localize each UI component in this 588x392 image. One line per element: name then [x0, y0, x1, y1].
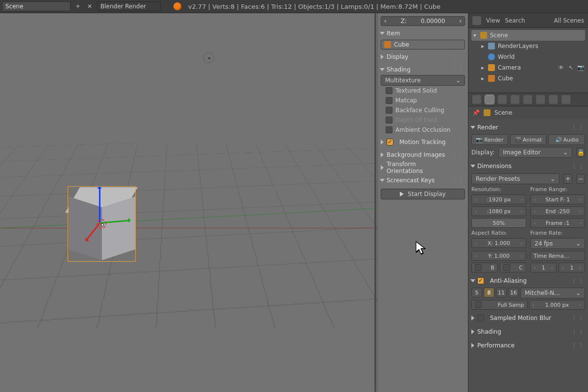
add-scene-button[interactable]: +: [74, 2, 82, 11]
outliner-row-scene[interactable]: ▾ Scene: [471, 30, 585, 41]
expand-icon[interactable]: ▸: [480, 64, 485, 71]
remove-preset-button[interactable]: −: [576, 174, 585, 184]
panel-grip-icon[interactable]: ⋮⋮: [571, 124, 585, 131]
lamp-object-icon[interactable]: [203, 52, 214, 63]
disclosure-triangle-icon[interactable]: [380, 32, 385, 35]
panel-grip-icon[interactable]: ⋮⋮: [571, 315, 585, 321]
3d-viewport[interactable]: [0, 13, 377, 392]
crop-checkbox[interactable]: C: [500, 263, 526, 272]
aa-samples-8-button[interactable]: 8: [484, 288, 494, 297]
time-remap-old-field[interactable]: ‹1›: [530, 263, 557, 272]
aa-samples-5-button[interactable]: 5: [471, 288, 482, 297]
render-image-button[interactable]: 📷Render: [471, 134, 508, 145]
render-presets-dropdown[interactable]: Render Presets⌄: [471, 173, 560, 184]
3d-cursor-icon[interactable]: [97, 219, 106, 229]
outliner-row-world[interactable]: World: [471, 51, 585, 62]
panel-grip-icon[interactable]: ⋮⋮: [451, 66, 465, 73]
frame-step-field[interactable]: ‹Frame :1›: [530, 218, 585, 228]
disclosure-triangle-icon[interactable]: [381, 140, 384, 145]
fps-dropdown[interactable]: 24 fps⌄: [530, 238, 585, 249]
expand-icon[interactable]: ▾: [472, 32, 477, 39]
transform-orientations-panel-header[interactable]: Transform Orientations ⋮⋮: [381, 162, 465, 173]
render-audio-button[interactable]: 🔊Audio: [548, 134, 585, 145]
panel-grip-icon[interactable]: ⋮⋮: [571, 328, 585, 335]
panel-grip-icon[interactable]: ⋮⋮: [451, 177, 465, 184]
disclosure-triangle-icon[interactable]: [470, 165, 475, 168]
disclosure-triangle-icon[interactable]: [471, 343, 474, 348]
disclosure-triangle-icon[interactable]: [380, 68, 385, 71]
outliner-editor-icon[interactable]: [472, 16, 481, 25]
panel-grip-icon[interactable]: ⋮⋮: [451, 139, 465, 146]
time-remap-new-field[interactable]: ‹1›: [559, 263, 585, 272]
display-panel-header[interactable]: Display ⋮⋮: [381, 51, 465, 62]
dimensions-panel-header[interactable]: Dimensions ⋮⋮: [471, 161, 585, 172]
full-sample-checkbox[interactable]: Full Samp: [471, 300, 528, 310]
properties-editor-icon[interactable]: [472, 95, 481, 104]
scene-selector[interactable]: Scene: [2, 1, 71, 11]
panel-grip-icon[interactable]: ⋮⋮: [451, 53, 465, 60]
outliner-search-menu[interactable]: Search: [505, 17, 525, 24]
aa-filter-dropdown[interactable]: Mitchell-N…⌄: [520, 288, 585, 298]
add-preset-button[interactable]: +: [564, 174, 572, 184]
aa-samples-16-button[interactable]: 16: [508, 288, 519, 297]
display-mode-dropdown[interactable]: Image Editor⌄: [498, 147, 572, 158]
screencast-keys-panel-header[interactable]: Screencast Keys ⋮⋮: [381, 175, 465, 186]
resolution-y-field[interactable]: ‹:1080 px›: [471, 206, 526, 216]
textured-solid-checkbox[interactable]: Textured Solid: [381, 86, 465, 96]
resolution-percentage-slider[interactable]: 50%: [471, 218, 526, 228]
outliner-view-menu[interactable]: View: [486, 17, 500, 24]
shading-mode-dropdown[interactable]: Multitexture ⌄: [381, 75, 465, 86]
disclosure-triangle-icon[interactable]: [381, 152, 384, 157]
lock-interface-button[interactable]: 🔒: [576, 147, 585, 157]
shading-panel-header[interactable]: Shading ⋮⋮: [381, 64, 465, 75]
sampled-motion-blur-checkbox[interactable]: [477, 315, 484, 321]
anti-aliasing-enable-checkbox[interactable]: [477, 277, 484, 284]
aspect-x-field[interactable]: ‹X: 1.000›: [471, 238, 526, 248]
ao-checkbox[interactable]: Ambient Occlusion: [381, 125, 465, 135]
outliner-row-cube[interactable]: ▸ Cube: [471, 73, 585, 84]
context-scene-name[interactable]: Scene: [494, 109, 513, 116]
chevron-right-icon[interactable]: ›: [459, 18, 462, 24]
render-engine-dropdown[interactable]: Blender Render: [97, 1, 161, 11]
resolution-x-field[interactable]: ‹:1920 px›: [471, 195, 526, 204]
render-animation-button[interactable]: 🎬Animat: [510, 134, 547, 145]
frame-start-field[interactable]: ‹Start F: 1›: [530, 195, 585, 204]
backface-culling-checkbox[interactable]: Backface Culling: [381, 105, 465, 115]
disclosure-triangle-icon[interactable]: [470, 279, 475, 282]
aa-samples-11-button[interactable]: 11: [496, 288, 507, 297]
render-tab-icon[interactable]: [485, 95, 494, 104]
panel-grip-icon[interactable]: ⋮⋮: [451, 151, 465, 158]
restrict-toggles[interactable]: 👁↖📷: [558, 64, 584, 71]
world-tab-icon[interactable]: [523, 95, 532, 104]
shading-panel-header-props[interactable]: Shading ⋮⋮: [471, 326, 585, 337]
performance-panel-header[interactable]: Performance ⋮⋮: [471, 340, 585, 351]
motion-tracking-panel-header[interactable]: Motion Tracking ⋮⋮: [381, 137, 465, 147]
disclosure-triangle-icon[interactable]: [380, 179, 385, 182]
render-panel-header[interactable]: Render ⋮⋮: [471, 122, 585, 133]
matcap-checkbox[interactable]: Matcap: [381, 96, 465, 105]
sampled-motion-blur-panel-header[interactable]: Sampled Motion Blur ⋮⋮: [471, 313, 585, 323]
panel-grip-icon[interactable]: ⋮⋮: [571, 277, 585, 284]
frame-end-field[interactable]: ‹End :250›: [530, 206, 585, 216]
outliner-display-mode-dropdown[interactable]: All Scenes: [554, 17, 584, 24]
constraints-tab-icon[interactable]: [549, 95, 558, 104]
aa-pixel-size-field[interactable]: ‹1.000 px›: [529, 300, 586, 310]
expand-icon[interactable]: ▸: [480, 75, 485, 82]
expand-icon[interactable]: ▸: [480, 43, 485, 49]
item-panel-header[interactable]: Item ⋮⋮: [381, 28, 465, 39]
outliner-row-camera[interactable]: ▸ Camera 👁↖📷: [471, 62, 585, 73]
disclosure-triangle-icon[interactable]: [381, 165, 384, 170]
pin-icon[interactable]: 📌: [472, 109, 480, 116]
outliner-row-renderlayers[interactable]: ▸ RenderLayers: [471, 41, 585, 51]
delete-scene-button[interactable]: ✕: [85, 2, 94, 11]
disclosure-triangle-icon[interactable]: [381, 54, 384, 59]
modifiers-tab-icon[interactable]: [562, 95, 570, 104]
panel-grip-icon[interactable]: ⋮⋮: [451, 164, 465, 171]
anti-aliasing-panel-header[interactable]: Anti-Aliasing ⋮⋮: [471, 275, 585, 286]
disclosure-triangle-icon[interactable]: [471, 329, 474, 334]
motion-tracking-enable-checkbox[interactable]: [387, 139, 393, 146]
panel-grip-icon[interactable]: ⋮⋮: [571, 163, 585, 170]
object-tab-icon[interactable]: [536, 95, 545, 104]
item-name-field[interactable]: Cube: [381, 40, 465, 49]
aspect-y-field[interactable]: ‹Y: 1.000›: [471, 251, 526, 261]
